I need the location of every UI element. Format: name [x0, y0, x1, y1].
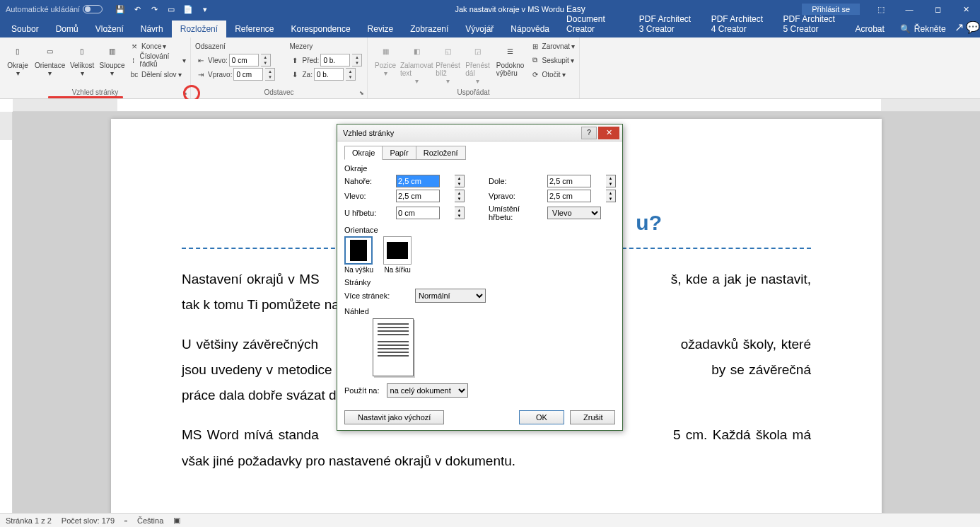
redo-icon[interactable]: ↷: [149, 5, 159, 14]
proofing-icon[interactable]: ▫: [124, 516, 127, 525]
autosave-toggle[interactable]: Automatické ukládání: [0, 5, 108, 13]
tab-pdf4[interactable]: PDF Architect 4 Creator: [703, 11, 775, 37]
close-icon[interactable]: ✕: [952, 0, 980, 18]
tab-easy[interactable]: Easy Document Creator: [558, 1, 631, 37]
group-button[interactable]: ⧉Seskupit ▾: [530, 53, 575, 67]
tab-mail[interactable]: Korespondence: [283, 21, 359, 37]
tab-file[interactable]: Soubor: [3, 21, 47, 37]
macro-icon[interactable]: ▣: [173, 516, 180, 525]
tab-help[interactable]: Nápověda: [502, 21, 558, 37]
wrap-text-button[interactable]: ◧Zalamovat text▾: [402, 39, 432, 86]
dialog-tab-layout[interactable]: Rozložení: [416, 146, 466, 160]
tab-developer[interactable]: Vývojář: [457, 21, 502, 37]
orientation-button[interactable]: ▭Orientace▾: [34, 39, 66, 81]
tab-home[interactable]: Domů: [47, 21, 87, 37]
ribbon-tabs: Soubor Domů Vložení Návrh Rozložení Refe…: [0, 18, 980, 37]
minimize-icon[interactable]: —: [895, 0, 923, 18]
space-before-icon: ⬆: [289, 57, 301, 64]
margins-button[interactable]: ▯Okraje▾: [4, 39, 31, 81]
select-apply-to[interactable]: na celý dokument: [387, 383, 468, 398]
tab-references[interactable]: Reference: [226, 21, 282, 37]
input-top[interactable]: [396, 175, 440, 187]
spinner-gutter[interactable]: ▲▼: [455, 207, 465, 219]
input-gutter[interactable]: [396, 207, 440, 219]
new-doc-icon[interactable]: ▭: [166, 5, 176, 14]
vertical-ruler[interactable]: [0, 112, 13, 513]
orientation-landscape[interactable]: Na šířku: [383, 236, 412, 274]
chevron-down-icon: ▾: [110, 69, 114, 77]
tab-insert[interactable]: Vložení: [87, 21, 132, 37]
position-button[interactable]: ▦Pozice▾: [372, 39, 399, 86]
ok-button[interactable]: OK: [519, 410, 564, 424]
maximize-icon[interactable]: ◻: [923, 0, 952, 18]
space-after-input[interactable]: ▲▼: [314, 68, 356, 81]
preview-thumbnail: [373, 318, 414, 376]
bring-forward-button[interactable]: ◱Přenést blíž▾: [435, 39, 462, 86]
line-numbers-button[interactable]: ⁞Číslování řádků ▾: [129, 53, 186, 67]
tab-pdf5[interactable]: PDF Architect 5 Creator: [775, 11, 847, 37]
forward-icon: ◱: [438, 40, 459, 62]
status-page[interactable]: Stránka 1 z 2: [6, 516, 52, 525]
tab-layout[interactable]: Rozložení: [172, 21, 226, 37]
dialog-tab-paper[interactable]: Papír: [382, 146, 416, 160]
group-label-paragraph: Odstavec: [191, 87, 367, 98]
size-button[interactable]: ▯Velikost▾: [69, 39, 95, 81]
save-icon[interactable]: 💾: [115, 5, 125, 14]
margins-icon: ▯: [7, 40, 28, 62]
share-icon[interactable]: ↗: [953, 17, 966, 37]
hyphenation-button[interactable]: bcDělení slov ▾: [129, 67, 186, 81]
selection-pane-icon: ☰: [500, 40, 521, 62]
chevron-down-icon: ▾: [81, 69, 84, 77]
cancel-button[interactable]: Zrušit: [570, 410, 615, 424]
align-button[interactable]: ⊞Zarovnat ▾: [530, 39, 575, 53]
dialog-tab-margins[interactable]: Okraje: [344, 146, 383, 160]
orientation-portrait[interactable]: Na výšku: [344, 236, 373, 274]
page-setup-dialog: Vzhled stránky ? ✕ Okraje Papír Rozložen…: [337, 124, 623, 431]
input-bottom[interactable]: [547, 175, 591, 187]
select-gutter-pos[interactable]: Vlevo: [547, 207, 601, 219]
indent-left-input[interactable]: ▲▼: [229, 54, 271, 66]
paragraph-dialog-launcher[interactable]: ⬊: [357, 88, 366, 97]
columns-button[interactable]: ▥Sloupce▾: [98, 39, 126, 81]
space-before-input[interactable]: ▲▼: [320, 54, 362, 66]
label-gutter: U hřbetu:: [344, 209, 394, 217]
spinner-bottom[interactable]: ▲▼: [606, 175, 616, 187]
status-words[interactable]: Počet slov: 179: [62, 516, 115, 525]
set-default-button[interactable]: Nastavit jako výchozí: [344, 410, 444, 424]
ribbon-display-icon[interactable]: ⬚: [867, 0, 895, 18]
tab-acrobat[interactable]: Acrobat: [847, 21, 893, 37]
spinner-top[interactable]: ▲▼: [455, 175, 465, 187]
select-multi-pages[interactable]: Normální: [415, 289, 486, 303]
quick-access-toolbar: 💾 ↶ ↷ ▭ 📄 ▾: [108, 5, 217, 14]
dialog-titlebar[interactable]: Vzhled stránky ? ✕: [337, 124, 622, 141]
tab-pdf3[interactable]: PDF Architect 3 Creator: [631, 11, 703, 37]
send-backward-button[interactable]: ◲Přenést dál▾: [465, 39, 491, 86]
tab-design[interactable]: Návrh: [132, 21, 172, 37]
rotate-button[interactable]: ⟳Otočit ▾: [530, 67, 575, 81]
undo-icon[interactable]: ↶: [132, 5, 142, 14]
open-icon[interactable]: 📄: [183, 5, 193, 14]
horizontal-ruler[interactable]: [13, 99, 980, 112]
indent-right-icon: ⇥: [195, 71, 206, 79]
comments-icon[interactable]: 💬: [966, 17, 980, 37]
label-right: Vpravo:: [489, 192, 545, 200]
size-icon: ▯: [71, 40, 93, 62]
spinner-left[interactable]: ▲▼: [455, 190, 465, 202]
indent-left-icon: ⇤: [195, 57, 206, 64]
tell-me[interactable]: 🔍Řekněte: [893, 21, 953, 37]
breaks-button[interactable]: ⤧Konce ▾: [129, 39, 186, 53]
autosave-switch-icon[interactable]: [83, 5, 103, 13]
spinner-right[interactable]: ▲▼: [606, 190, 616, 202]
dialog-help-icon[interactable]: ?: [581, 127, 597, 139]
line-numbers-icon: ⁞: [129, 57, 138, 64]
status-language[interactable]: Čeština: [137, 516, 163, 525]
input-right[interactable]: [547, 190, 591, 202]
indent-right-input[interactable]: ▲▼: [233, 68, 275, 81]
tab-view[interactable]: Zobrazení: [402, 21, 457, 37]
selection-pane-button[interactable]: ☰Podokno výběru: [494, 39, 527, 86]
tab-review[interactable]: Revize: [359, 21, 402, 37]
qat-dropdown-icon[interactable]: ▾: [200, 5, 210, 14]
dialog-close-icon[interactable]: ✕: [598, 127, 619, 139]
input-left[interactable]: [396, 190, 440, 202]
label-left: Vlevo:: [344, 192, 394, 200]
